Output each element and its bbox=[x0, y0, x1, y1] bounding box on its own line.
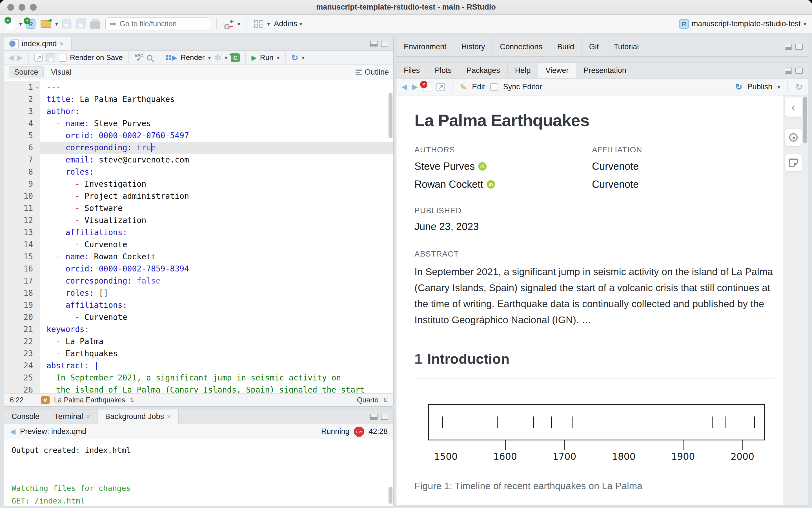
insert-chunk-icon[interactable]: C bbox=[231, 53, 240, 62]
tab-connections[interactable]: Connections bbox=[493, 37, 550, 56]
code-line-12[interactable]: 12 - Visualization bbox=[4, 214, 393, 226]
tab-files[interactable]: Files bbox=[396, 63, 428, 78]
code-line-4[interactable]: 4 - name: Steve Purves bbox=[4, 118, 393, 130]
maximize-pane-icon[interactable] bbox=[381, 41, 388, 47]
close-tab-icon[interactable]: × bbox=[167, 412, 171, 421]
addins-button[interactable]: Addins ▾ bbox=[274, 19, 302, 28]
orcid-icon[interactable]: iD bbox=[487, 180, 495, 189]
maximize-pane-icon[interactable] bbox=[381, 414, 388, 420]
minimize-pane-icon[interactable] bbox=[785, 44, 792, 50]
code-line-9[interactable]: 9 - Investigation bbox=[4, 178, 393, 190]
spellcheck-icon[interactable]: ABC✓ bbox=[134, 54, 144, 61]
visual-mode-button[interactable]: Visual bbox=[51, 68, 72, 77]
code-line-25[interactable]: 25 In September 2021, a significant jump… bbox=[4, 372, 393, 384]
gear-caret[interactable]: ▾ bbox=[225, 54, 228, 61]
render-caret[interactable]: ▾ bbox=[208, 54, 211, 61]
code-line-3[interactable]: 3author: bbox=[4, 105, 393, 118]
minimize-pane-icon[interactable] bbox=[370, 414, 377, 420]
code-line-23[interactable]: 23 - Earthquakes bbox=[4, 347, 393, 359]
scope-updown-icon[interactable]: ⇅ bbox=[130, 397, 135, 404]
code-line-13[interactable]: 13 affiliations: bbox=[4, 226, 393, 239]
code-line-1[interactable]: 1▾--- bbox=[4, 81, 393, 93]
code-line-26[interactable]: 26 the island of La Palma (Canary Island… bbox=[4, 384, 393, 393]
tab-presentation[interactable]: Presentation bbox=[576, 63, 634, 78]
code-line-6[interactable]: 6 corresponding: true bbox=[4, 142, 393, 154]
tab-background-jobs[interactable]: Background Jobs× bbox=[98, 410, 178, 424]
run-icon[interactable]: ▶ bbox=[251, 54, 256, 62]
tab-environment[interactable]: Environment bbox=[396, 37, 454, 56]
code-line-21[interactable]: 21keywords: bbox=[4, 323, 393, 335]
maximize-pane-icon[interactable] bbox=[796, 44, 803, 50]
tab-packages[interactable]: Packages bbox=[459, 63, 508, 78]
orcid-icon[interactable]: iD bbox=[478, 162, 487, 171]
fold-icon[interactable]: ▾ bbox=[36, 82, 39, 94]
goto-file-input[interactable] bbox=[120, 19, 199, 28]
save-doc-icon[interactable] bbox=[46, 53, 55, 62]
close-tab-icon[interactable]: × bbox=[86, 412, 90, 421]
refresh-icon[interactable]: ↻ bbox=[795, 82, 803, 92]
tab-tutorial[interactable]: Tutorial bbox=[606, 37, 646, 56]
code-line-24[interactable]: 24abstract: | bbox=[4, 359, 393, 372]
code-line-19[interactable]: 19 affiliations: bbox=[4, 299, 393, 311]
doc-mode-label[interactable]: Quarto bbox=[357, 396, 378, 404]
open-file-button[interactable] bbox=[39, 17, 52, 31]
panes-layout-caret[interactable]: ▾ bbox=[267, 20, 270, 27]
rerun-icon[interactable]: ↻ bbox=[291, 53, 298, 62]
code-line-2[interactable]: 2title: La Palma Earthquakes bbox=[4, 93, 393, 105]
tab-index-qmd[interactable]: index.qmd × bbox=[4, 37, 72, 50]
annotation-button[interactable] bbox=[785, 154, 802, 171]
job-back-icon[interactable]: ◀ bbox=[10, 427, 15, 436]
save-button[interactable] bbox=[61, 17, 72, 31]
version-control-button[interactable]: +−G bbox=[223, 17, 235, 31]
project-menu-button[interactable]: R manuscript-template-rstudio-test ▾ bbox=[679, 19, 806, 29]
goto-file-box[interactable]: ➦ bbox=[106, 17, 210, 31]
scope-label[interactable]: La Palma Earthquakes bbox=[54, 396, 125, 404]
publish-caret[interactable]: ▾ bbox=[777, 84, 780, 90]
collapse-panel-button[interactable]: ‹ bbox=[785, 97, 802, 117]
new-file-caret[interactable]: ▾ bbox=[19, 20, 22, 27]
mode-updown-icon[interactable]: ⇅ bbox=[383, 397, 388, 404]
gear-icon[interactable]: ✻ bbox=[214, 53, 221, 62]
run-label[interactable]: Run bbox=[260, 53, 274, 62]
tab-git[interactable]: Git bbox=[582, 37, 607, 56]
viewer-popout-icon[interactable]: ↗ bbox=[437, 83, 445, 91]
panes-layout-button[interactable] bbox=[253, 17, 264, 31]
code-line-22[interactable]: 22 - La Palma bbox=[4, 335, 393, 347]
tab-build[interactable]: Build bbox=[550, 37, 582, 56]
back-icon[interactable]: ◀ bbox=[8, 53, 14, 62]
code-line-11[interactable]: 11 - Software bbox=[4, 202, 393, 214]
code-line-7[interactable]: 7 email: steve@curvenote.com bbox=[4, 154, 393, 166]
visibility-button[interactable] bbox=[785, 129, 802, 146]
viewer-back-icon[interactable]: ◀ bbox=[402, 83, 407, 91]
version-control-caret[interactable]: ▾ bbox=[238, 20, 240, 27]
tab-viewer[interactable]: Viewer bbox=[538, 63, 576, 78]
render-label[interactable]: Render bbox=[180, 53, 205, 62]
open-file-caret[interactable]: ▾ bbox=[55, 20, 58, 27]
minimize-pane-icon[interactable] bbox=[370, 41, 377, 47]
edit-label[interactable]: Edit bbox=[472, 83, 485, 91]
console-scrollbar[interactable] bbox=[389, 487, 393, 504]
popout-icon[interactable]: ↗ bbox=[34, 54, 43, 62]
close-tab-icon[interactable]: × bbox=[60, 39, 64, 48]
tab-console[interactable]: Console bbox=[4, 410, 47, 424]
code-line-18[interactable]: 18 roles: [] bbox=[4, 287, 393, 299]
code-line-15[interactable]: 15 - name: Rowan Cockett bbox=[4, 251, 393, 263]
forward-icon[interactable]: ▶ bbox=[17, 53, 23, 62]
code-line-8[interactable]: 8 roles: bbox=[4, 166, 393, 178]
render-button[interactable]: ▶ bbox=[166, 54, 177, 62]
publish-icon[interactable]: ↻ bbox=[735, 82, 742, 92]
console-output[interactable]: Output created: index.html Watching file… bbox=[4, 439, 393, 506]
run-caret[interactable]: ▾ bbox=[277, 54, 280, 61]
code-line-17[interactable]: 17 corresponding: false bbox=[4, 275, 393, 287]
publish-label[interactable]: Publish bbox=[747, 83, 773, 91]
code-line-10[interactable]: 10 - Project administration bbox=[4, 190, 393, 202]
sync-editor-checkbox[interactable] bbox=[490, 83, 498, 91]
new-file-button[interactable]: + bbox=[6, 17, 16, 31]
code-line-20[interactable]: 20 - Curvenote bbox=[4, 311, 393, 323]
code-line-5[interactable]: 5 orcid: 0000-0002-0760-5497 bbox=[4, 130, 393, 142]
edit-icon[interactable]: ✎ bbox=[460, 82, 467, 92]
print-button[interactable] bbox=[89, 17, 102, 31]
code-editor[interactable]: 1▾---2title: La Palma Earthquakes3author… bbox=[4, 80, 393, 393]
new-project-button[interactable]: R+ bbox=[25, 17, 37, 31]
tab-help[interactable]: Help bbox=[508, 63, 538, 78]
